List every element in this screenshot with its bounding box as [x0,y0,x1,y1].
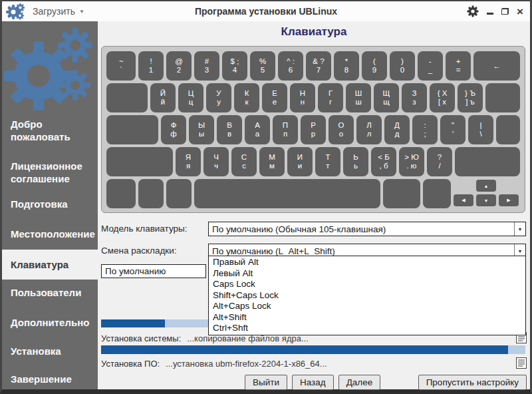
keyboard-key: Пп [273,115,298,144]
keyboard-key: Аа [245,115,270,144]
keyboard-key: Рр [301,115,326,144]
page-title: Клавиатура [98,25,530,39]
keyboard-key [166,179,192,208]
keyboard-model-combobox[interactable]: По умолчанию (Обычная 105-клавишная) ▼ [208,222,526,236]
keyboard-key: & ?7 [306,51,331,81]
keyboard-key: Яя [176,147,201,176]
sidebar-item-8[interactable]: Завершение [11,373,94,385]
arrow-keys-cluster: ▲ ◀ ▼ ▶ [454,180,519,206]
sidebar-item-5[interactable]: Пользователи [11,286,94,299]
layout-switch-dropdown-list: Правый AltЛевый AltCaps LockShift+Caps L… [208,256,526,335]
next-button[interactable]: Далее [338,375,381,390]
sidebar-item-7[interactable]: Установка [11,345,94,357]
maximize-icon [501,9,508,15]
chevron-down-icon: ▼ [79,9,84,15]
close-button[interactable]: × [517,7,523,17]
layout-option[interactable]: Alt+Shift [209,312,525,323]
keyboard-key: *8 [334,51,359,81]
keyboard-key: |\ [468,115,493,144]
sidebar-logo-gears-icon [2,28,98,118]
keyboard-key: $ ;4 [222,51,247,81]
sidebar-item-3[interactable]: Местоположение [11,228,94,240]
keyboard-key: Зз [402,83,427,112]
keyboard-key [106,115,158,144]
keyboard-key: Сс [231,147,257,176]
keyboard-key: Оо [329,115,354,144]
keyboard-variant-value: По умолчанию [102,266,205,276]
keyboard-key: += [446,51,471,81]
settings-gear-icon[interactable] [467,5,479,17]
keyboard-key [138,179,164,208]
skip-setup-button[interactable]: Пропустить настройку [418,375,527,390]
sidebar-item-6[interactable]: Дополнительно [11,316,94,329]
keyboard-key: ~` [106,51,136,81]
keyboard-key: Чч [203,147,229,176]
arrow-left-key: ◀ [454,194,473,206]
keyboard-key: < Б, б [371,147,396,176]
quit-button[interactable]: Выйти [245,375,287,390]
keyboard-key: Ьь [343,147,368,176]
keyboard-key: Ыы [189,115,214,144]
system-install-label: Установка системы: [101,333,181,343]
software-log-icon[interactable] [516,357,527,369]
main-panel: Клавиатура ~`!1@2#3$ ;4%5^ :6& ?7*8(9)0-… [98,21,530,389]
app-logo-gears-icon [6,3,25,20]
keyboard-model-label: Модель клавиатуры: [101,224,187,234]
keyboard-key [455,147,520,176]
keyboard-key: Тт [315,147,340,176]
layout-option[interactable]: Alt+Caps Lock [209,301,525,312]
keyboard-key: %5 [250,51,275,81]
keyboard-model-value: По умолчанию (Обычная 105-клавишная) [209,224,514,234]
sidebar-item-2[interactable]: Подготовка [11,198,94,210]
keyboard-key: Гг [318,83,343,112]
keyboard-key [485,83,520,112]
system-install-progress-fill [101,319,165,327]
keyboard-key: :; [412,115,438,144]
sidebar-item-1[interactable]: Лицензионное соглашение [11,160,94,185]
sidebar: Добро пожаловатьЛицензионное соглашениеП… [2,21,98,389]
keyboard-key: Лл [356,115,382,144]
keyboard-key [106,147,173,176]
keyboard-key: !1 [138,51,164,81]
layout-option[interactable]: Правый Alt [209,257,525,268]
minimize-button[interactable] [487,13,493,15]
layout-option[interactable]: Левый Alt [209,268,525,280]
keyboard-key [106,179,136,208]
software-install-progress-fill [101,345,508,354]
keyboard-key: ← [473,51,520,81]
keyboard-key [383,179,420,208]
keyboard-key: ^ :6 [278,51,303,81]
keyboard-key: Дд [384,115,410,144]
keyboard-key: Ее [262,83,287,112]
download-menu-label: Загрузить [33,6,75,17]
keyboard-key [194,179,380,208]
download-menu-button[interactable]: Загрузить ▼ [33,6,84,17]
layout-switch-value: По умолчанию (L_Alt+L_Shift) [209,246,514,256]
keyboard-key: Кк [234,83,259,112]
arrow-up-key: ▲ [476,180,496,192]
keyboard-key: > Ю. ю [399,147,424,176]
software-install-progressbar [101,345,525,354]
arrow-down-key: ▼ [476,194,496,206]
keyboard-key: Уу [206,83,231,112]
software-install-status: ...установка ubm-firefox-2204-1-x86_64..… [166,359,327,369]
title-bar: Загрузить ▼ Программа установки UBLinux … [2,1,530,22]
arrow-right-key: ▶ [499,194,519,206]
sidebar-item-4[interactable]: Клавиатура [2,250,98,280]
keyboard-key: Щщ [374,83,399,112]
layout-option[interactable]: Ctrl+Shft [209,323,525,334]
keyboard-key: #3 [194,51,219,81]
installer-window: Загрузить ▼ Программа установки UBLinux … [0,0,532,394]
maximize-button[interactable] [501,8,509,15]
sidebar-item-0[interactable]: Добро пожаловать [11,118,94,143]
layout-option[interactable]: Shift+Caps Lock [209,290,525,301]
keyboard-key: )0 [390,51,415,81]
layout-option[interactable]: Caps Lock [209,279,525,290]
back-button[interactable]: Назад [292,375,334,390]
keyboard-key: Ии [287,147,313,176]
combo-arrow-icon[interactable]: ▼ [514,222,525,236]
keyboard-key: -_ [418,51,443,81]
keyboard-preview: ~`!1@2#3$ ;4%5^ :6& ?7*8(9)0-_+=←ЙйЦцУуК… [101,46,525,213]
keyboard-variant-combobox[interactable]: По умолчанию [101,264,206,278]
keyboard-key: (9 [362,51,387,81]
